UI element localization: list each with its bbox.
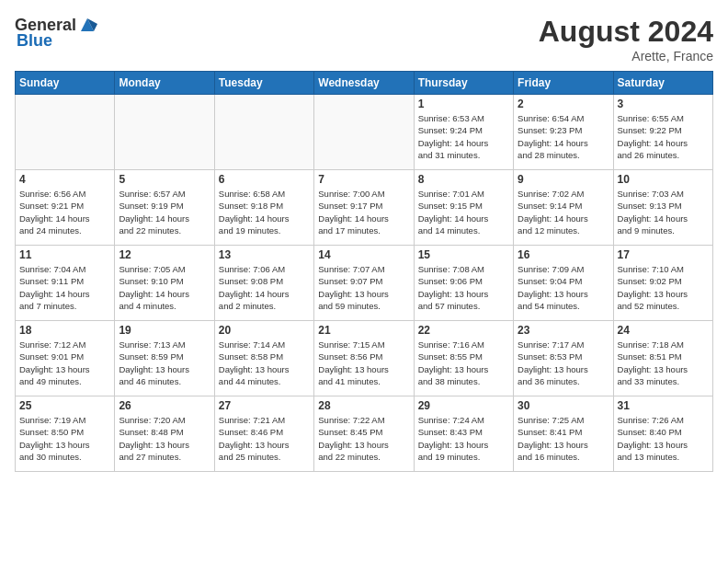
day-info: Sunrise: 7:06 AM Sunset: 9:08 PM Dayligh… <box>219 263 310 312</box>
logo-blue: Blue <box>17 31 52 51</box>
day-number: 11 <box>19 248 110 261</box>
day-info: Sunrise: 6:55 AM Sunset: 9:22 PM Dayligh… <box>618 112 709 161</box>
weekday-header-saturday: Saturday <box>613 72 712 95</box>
day-number: 8 <box>418 173 509 186</box>
day-number: 19 <box>119 324 210 337</box>
day-number: 26 <box>119 399 210 412</box>
day-number: 17 <box>618 248 709 261</box>
day-info: Sunrise: 6:53 AM Sunset: 9:24 PM Dayligh… <box>418 112 509 161</box>
calendar-week-row: 18Sunrise: 7:12 AM Sunset: 9:01 PM Dayli… <box>16 321 713 396</box>
day-info: Sunrise: 7:19 AM Sunset: 8:50 PM Dayligh… <box>19 414 110 463</box>
calendar-cell: 22Sunrise: 7:16 AM Sunset: 8:55 PM Dayli… <box>414 321 513 396</box>
day-number: 15 <box>418 248 509 261</box>
day-number: 9 <box>518 173 609 186</box>
calendar-cell <box>115 95 214 170</box>
logo-icon <box>77 15 97 35</box>
day-info: Sunrise: 7:03 AM Sunset: 9:13 PM Dayligh… <box>618 188 709 236</box>
calendar-cell: 18Sunrise: 7:12 AM Sunset: 9:01 PM Dayli… <box>16 321 115 396</box>
day-number: 16 <box>518 248 609 261</box>
day-number: 10 <box>618 173 709 186</box>
calendar-cell: 23Sunrise: 7:17 AM Sunset: 8:53 PM Dayli… <box>514 321 613 396</box>
day-number: 31 <box>618 399 709 412</box>
calendar-cell: 4Sunrise: 6:56 AM Sunset: 9:21 PM Daylig… <box>16 170 115 246</box>
calendar-week-row: 11Sunrise: 7:04 AM Sunset: 9:11 PM Dayli… <box>16 246 713 321</box>
calendar-cell: 28Sunrise: 7:22 AM Sunset: 8:45 PM Dayli… <box>314 396 414 472</box>
calendar-cell: 9Sunrise: 7:02 AM Sunset: 9:14 PM Daylig… <box>514 170 613 246</box>
day-info: Sunrise: 7:12 AM Sunset: 9:01 PM Dayligh… <box>19 339 110 387</box>
day-number: 2 <box>518 98 609 110</box>
calendar-cell <box>314 95 414 170</box>
weekday-header-sunday: Sunday <box>16 72 115 95</box>
weekday-header-tuesday: Tuesday <box>214 72 313 95</box>
day-info: Sunrise: 7:05 AM Sunset: 9:10 PM Dayligh… <box>119 263 210 312</box>
day-info: Sunrise: 7:01 AM Sunset: 9:15 PM Dayligh… <box>418 188 509 236</box>
logo: General Blue <box>15 15 97 51</box>
weekday-header-friday: Friday <box>514 72 613 95</box>
calendar-cell: 19Sunrise: 7:13 AM Sunset: 8:59 PM Dayli… <box>115 321 214 396</box>
day-number: 20 <box>219 324 310 337</box>
day-info: Sunrise: 7:22 AM Sunset: 8:45 PM Dayligh… <box>318 414 409 463</box>
day-info: Sunrise: 7:09 AM Sunset: 9:04 PM Dayligh… <box>518 263 609 312</box>
day-number: 3 <box>618 98 709 110</box>
day-info: Sunrise: 6:54 AM Sunset: 9:23 PM Dayligh… <box>518 112 609 161</box>
calendar-cell: 26Sunrise: 7:20 AM Sunset: 8:48 PM Dayli… <box>115 396 214 472</box>
day-number: 1 <box>418 98 509 110</box>
calendar-cell: 8Sunrise: 7:01 AM Sunset: 9:15 PM Daylig… <box>414 170 513 246</box>
day-info: Sunrise: 7:00 AM Sunset: 9:17 PM Dayligh… <box>318 188 409 236</box>
day-info: Sunrise: 7:14 AM Sunset: 8:58 PM Dayligh… <box>219 339 310 387</box>
calendar-cell: 1Sunrise: 6:53 AM Sunset: 9:24 PM Daylig… <box>414 95 513 170</box>
calendar-cell: 13Sunrise: 7:06 AM Sunset: 9:08 PM Dayli… <box>214 246 313 321</box>
day-info: Sunrise: 7:08 AM Sunset: 9:06 PM Dayligh… <box>418 263 509 312</box>
calendar-cell: 29Sunrise: 7:24 AM Sunset: 8:43 PM Dayli… <box>414 396 513 472</box>
day-info: Sunrise: 7:07 AM Sunset: 9:07 PM Dayligh… <box>318 263 409 312</box>
day-number: 13 <box>219 248 310 261</box>
day-number: 14 <box>318 248 409 261</box>
location-subtitle: Arette, France <box>539 49 713 63</box>
day-info: Sunrise: 7:13 AM Sunset: 8:59 PM Dayligh… <box>119 339 210 387</box>
day-number: 24 <box>618 324 709 337</box>
month-year-title: August 2024 <box>539 15 713 49</box>
calendar-cell <box>214 95 313 170</box>
day-info: Sunrise: 7:18 AM Sunset: 8:51 PM Dayligh… <box>618 339 709 387</box>
calendar-cell <box>16 95 115 170</box>
weekday-header-wednesday: Wednesday <box>314 72 414 95</box>
day-number: 22 <box>418 324 509 337</box>
day-number: 29 <box>418 399 509 412</box>
day-info: Sunrise: 7:26 AM Sunset: 8:40 PM Dayligh… <box>618 414 709 463</box>
day-info: Sunrise: 7:15 AM Sunset: 8:56 PM Dayligh… <box>318 339 409 387</box>
calendar-cell: 14Sunrise: 7:07 AM Sunset: 9:07 PM Dayli… <box>314 246 414 321</box>
day-number: 4 <box>19 173 110 186</box>
calendar-cell: 24Sunrise: 7:18 AM Sunset: 8:51 PM Dayli… <box>613 321 712 396</box>
calendar-cell: 5Sunrise: 6:57 AM Sunset: 9:19 PM Daylig… <box>115 170 214 246</box>
title-area: August 2024 Arette, France <box>539 15 713 63</box>
weekday-header-monday: Monday <box>115 72 214 95</box>
day-number: 28 <box>318 399 409 412</box>
page-header: General Blue August 2024 Arette, France <box>15 15 713 63</box>
day-number: 7 <box>318 173 409 186</box>
calendar-cell: 15Sunrise: 7:08 AM Sunset: 9:06 PM Dayli… <box>414 246 513 321</box>
calendar-cell: 27Sunrise: 7:21 AM Sunset: 8:46 PM Dayli… <box>214 396 313 472</box>
day-number: 23 <box>518 324 609 337</box>
calendar-week-row: 4Sunrise: 6:56 AM Sunset: 9:21 PM Daylig… <box>16 170 713 246</box>
calendar-cell: 7Sunrise: 7:00 AM Sunset: 9:17 PM Daylig… <box>314 170 414 246</box>
calendar-cell: 2Sunrise: 6:54 AM Sunset: 9:23 PM Daylig… <box>514 95 613 170</box>
day-number: 30 <box>518 399 609 412</box>
day-info: Sunrise: 7:16 AM Sunset: 8:55 PM Dayligh… <box>418 339 509 387</box>
calendar-cell: 3Sunrise: 6:55 AM Sunset: 9:22 PM Daylig… <box>613 95 712 170</box>
calendar-cell: 10Sunrise: 7:03 AM Sunset: 9:13 PM Dayli… <box>613 170 712 246</box>
calendar-week-row: 25Sunrise: 7:19 AM Sunset: 8:50 PM Dayli… <box>16 396 713 472</box>
day-number: 25 <box>19 399 110 412</box>
day-info: Sunrise: 7:17 AM Sunset: 8:53 PM Dayligh… <box>518 339 609 387</box>
day-info: Sunrise: 7:04 AM Sunset: 9:11 PM Dayligh… <box>19 263 110 312</box>
calendar-cell: 6Sunrise: 6:58 AM Sunset: 9:18 PM Daylig… <box>214 170 313 246</box>
day-number: 18 <box>19 324 110 337</box>
calendar-week-row: 1Sunrise: 6:53 AM Sunset: 9:24 PM Daylig… <box>16 95 713 170</box>
calendar-cell: 12Sunrise: 7:05 AM Sunset: 9:10 PM Dayli… <box>115 246 214 321</box>
day-number: 27 <box>219 399 310 412</box>
day-number: 12 <box>119 248 210 261</box>
calendar-cell: 21Sunrise: 7:15 AM Sunset: 8:56 PM Dayli… <box>314 321 414 396</box>
day-info: Sunrise: 7:21 AM Sunset: 8:46 PM Dayligh… <box>219 414 310 463</box>
day-info: Sunrise: 7:02 AM Sunset: 9:14 PM Dayligh… <box>518 188 609 236</box>
calendar-cell: 17Sunrise: 7:10 AM Sunset: 9:02 PM Dayli… <box>613 246 712 321</box>
day-info: Sunrise: 7:25 AM Sunset: 8:41 PM Dayligh… <box>518 414 609 463</box>
